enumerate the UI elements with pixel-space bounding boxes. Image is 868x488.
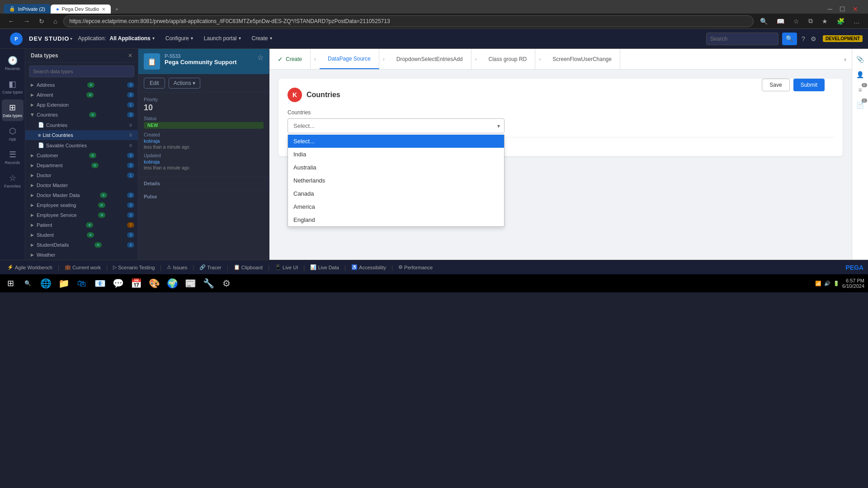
- data-type-countries[interactable]: ▶ Countries ≡ 3: [25, 110, 138, 120]
- read-icon[interactable]: 📖: [774, 17, 787, 26]
- settings-button[interactable]: ⚙: [808, 34, 819, 43]
- data-type-doctor-master-data[interactable]: ▶ Doctor Master Data ≡ 3: [25, 190, 138, 200]
- tab-pega-dev-studio[interactable]: ● Pega Dev Studio ✕: [51, 5, 111, 14]
- favorites-icon[interactable]: ☆: [791, 17, 802, 26]
- doctor-master-data-chevron[interactable]: ▶: [31, 193, 34, 197]
- more-icon[interactable]: …: [851, 17, 863, 26]
- data-type-employee-seating[interactable]: ▶ Employee seating ≡ 3: [25, 200, 138, 210]
- data-type-doctor[interactable]: ▶ Doctor 1: [25, 170, 138, 180]
- data-type-student[interactable]: ▶ Student ≡ 3: [25, 230, 138, 240]
- breadcrumb-datapage-source[interactable]: DataPage Source: [320, 49, 379, 69]
- split-view-icon[interactable]: ⧉: [806, 16, 816, 26]
- data-type-student-details[interactable]: ▶ StudentDetails ≡ 4: [25, 240, 138, 250]
- tab-inprivate[interactable]: 🔒 InPrivate (2): [4, 4, 51, 14]
- live-ui-button[interactable]: 📱 Live UI: [272, 263, 301, 271]
- dropdown-item-india[interactable]: India: [288, 148, 504, 161]
- taskbar-app6-icon[interactable]: 📰: [182, 275, 198, 291]
- minimize-button[interactable]: ─: [825, 5, 835, 14]
- taskbar-app8-icon[interactable]: ⚙: [218, 275, 235, 291]
- created-by[interactable]: kotiraja: [144, 138, 264, 144]
- nav-create[interactable]: Create ▾: [246, 29, 278, 49]
- emp-service-chevron[interactable]: ▶: [31, 213, 34, 217]
- data-type-patient[interactable]: ▶ Patient ≡ 7: [25, 220, 138, 230]
- close-window-button[interactable]: ✕: [850, 5, 861, 14]
- close-tab-icon[interactable]: ✕: [102, 7, 105, 12]
- save-button[interactable]: Save: [762, 79, 789, 91]
- sidebar-item-data-types[interactable]: ⊞ Data types: [2, 99, 24, 121]
- data-type-employee-service[interactable]: ▶ Employee Service ≡ 3: [25, 210, 138, 220]
- dropdown-item-australia[interactable]: Australia: [288, 161, 504, 174]
- emp-seating-chevron[interactable]: ▶: [31, 203, 34, 207]
- dropdown-item-select[interactable]: Select...: [288, 135, 504, 148]
- sidebar-item-recents[interactable]: 🕐 Recents: [2, 52, 24, 74]
- updated-by[interactable]: kotiraja: [144, 159, 264, 164]
- taskbar-app7-icon[interactable]: 🔧: [200, 275, 217, 291]
- extensions-icon[interactable]: 🧩: [834, 17, 847, 26]
- student-chevron[interactable]: ▶: [31, 233, 34, 237]
- nav-application[interactable]: Application: All Applications ▾: [72, 29, 160, 49]
- doc-icon[interactable]: 📄 0: [854, 99, 867, 112]
- tracer-button[interactable]: 🔗 Tracer: [197, 263, 224, 271]
- dropdown-item-netherlands[interactable]: Netherlands: [288, 174, 504, 187]
- department-chevron[interactable]: ▶: [31, 163, 34, 168]
- data-type-doctor-master[interactable]: ▶ Doctor Master: [25, 180, 138, 190]
- taskbar-store-icon[interactable]: 🛍: [74, 275, 90, 291]
- data-type-savable-countries[interactable]: 📄 Savable Countries 0: [25, 140, 138, 150]
- doctor-master-chevron[interactable]: ▶: [31, 183, 34, 188]
- taskbar-app2-icon[interactable]: 💬: [110, 275, 126, 291]
- current-work-button[interactable]: 💼 Current work: [62, 263, 104, 271]
- attachment-icon[interactable]: 📎: [854, 52, 867, 66]
- taskbar-app1-icon[interactable]: 📧: [92, 275, 108, 291]
- app-ext-chevron[interactable]: ▶: [31, 103, 34, 107]
- list-icon[interactable]: ≡ 0: [854, 83, 867, 97]
- data-type-countries-sub[interactable]: 📄 Countries 0: [25, 120, 138, 130]
- star-button[interactable]: ☆: [257, 53, 264, 62]
- forward-button[interactable]: →: [21, 17, 33, 26]
- scenario-testing-button[interactable]: ▷ Scenario Testing: [110, 263, 157, 271]
- taskbar-app3-icon[interactable]: 📅: [128, 275, 144, 291]
- new-tab-button[interactable]: +: [111, 5, 123, 14]
- dropdown-item-america[interactable]: America: [288, 200, 504, 213]
- data-type-app-extension[interactable]: ▶ App Extension 1: [25, 100, 138, 110]
- data-type-list-countries[interactable]: ≡ List Countries 0: [25, 130, 138, 140]
- sidebar-item-favorites[interactable]: ☆ Favorites: [2, 170, 24, 192]
- doctor-chevron[interactable]: ▶: [31, 173, 34, 178]
- accessibility-button[interactable]: ♿ Accessibility: [349, 263, 389, 271]
- countries-chevron[interactable]: ▶: [30, 113, 35, 117]
- back-button[interactable]: ←: [5, 17, 17, 26]
- global-search-input[interactable]: [706, 33, 778, 45]
- customer-chevron[interactable]: ▶: [31, 153, 34, 158]
- student-details-chevron[interactable]: ▶: [31, 243, 34, 247]
- breadcrumb-class-group[interactable]: Class group RD: [481, 49, 536, 69]
- address-chevron[interactable]: ▶: [31, 83, 34, 87]
- search-icon[interactable]: 🔍: [757, 17, 770, 26]
- data-type-department[interactable]: ▶ Department ≡ 3: [25, 160, 138, 170]
- data-type-weather[interactable]: ▶ Weather: [25, 250, 138, 260]
- live-data-button[interactable]: 📊 Live Data: [307, 263, 341, 271]
- dropdown-item-england[interactable]: England: [288, 213, 504, 226]
- refresh-button[interactable]: ↻: [36, 17, 47, 26]
- nav-configure[interactable]: Configure ▾: [160, 29, 198, 49]
- taskbar-app5-icon[interactable]: 🌍: [164, 275, 180, 291]
- url-input[interactable]: [63, 15, 754, 27]
- maximize-button[interactable]: ☐: [837, 5, 848, 14]
- person-icon[interactable]: 👤: [854, 68, 867, 81]
- data-type-customer[interactable]: ▶ Customer ≡ 3: [25, 150, 138, 160]
- breadcrumb-close-button[interactable]: ‹: [839, 49, 852, 69]
- clipboard-button[interactable]: 📋 Clipboard: [231, 263, 265, 271]
- submit-button[interactable]: Submit: [793, 79, 825, 91]
- home-button[interactable]: ⌂: [51, 17, 60, 26]
- agile-workbench-button[interactable]: ⚡ Agile Workbench: [5, 263, 55, 271]
- countries-select[interactable]: Select...: [288, 118, 505, 133]
- breadcrumb-create[interactable]: ✓ Create: [269, 49, 311, 69]
- ailment-chevron[interactable]: ▶: [31, 93, 34, 97]
- actions-button[interactable]: Actions ▾: [169, 78, 201, 89]
- patient-chevron[interactable]: ▶: [31, 223, 34, 227]
- help-button[interactable]: ?: [799, 34, 808, 43]
- taskbar-explorer-icon[interactable]: 📁: [56, 275, 72, 291]
- sidebar-item-records[interactable]: ☰ Records: [2, 146, 24, 168]
- data-types-search-input[interactable]: [29, 66, 134, 77]
- performance-button[interactable]: ⚙ Performance: [396, 263, 435, 271]
- data-type-ailment[interactable]: ▶ Ailment ≡ 3: [25, 90, 138, 100]
- sidebar-item-app[interactable]: ⬡ App: [2, 123, 24, 145]
